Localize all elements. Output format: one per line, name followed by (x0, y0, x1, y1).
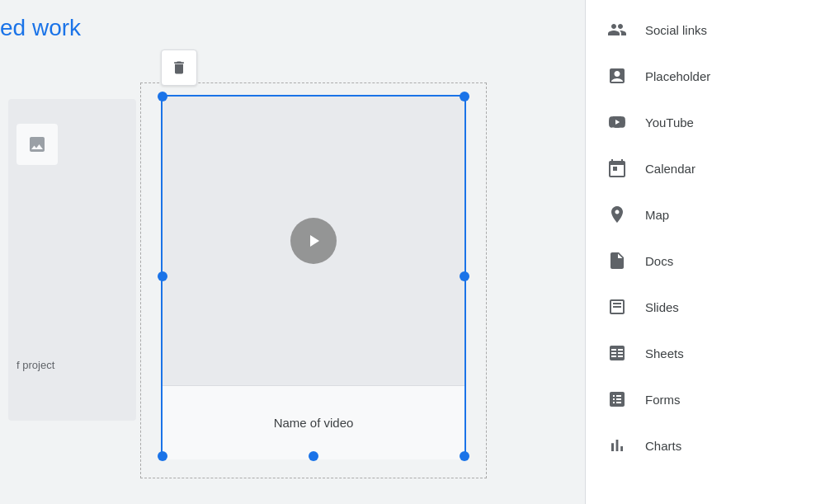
sidebar-item-charts[interactable]: Charts (586, 422, 825, 469)
sidebar-item-youtube[interactable]: YouTube (586, 99, 825, 145)
charts-icon (606, 434, 629, 457)
placeholder-label: Placeholder (645, 69, 710, 83)
youtube-video-area (163, 97, 464, 385)
video-name-label: Name of video (274, 416, 354, 430)
sheets-icon (606, 341, 629, 365)
calendar-label: Calendar (645, 162, 695, 176)
handle-middle-left[interactable] (158, 271, 167, 281)
card-project-text: f project (16, 359, 54, 371)
sidebar-item-social-links[interactable]: Social links (586, 7, 825, 53)
sidebar-item-map[interactable]: Map (586, 191, 825, 238)
handle-top-right[interactable] (460, 92, 469, 101)
docs-icon (606, 249, 629, 272)
youtube-play-button[interactable] (290, 218, 337, 264)
main-canvas: ed work f project (0, 0, 585, 504)
handle-top-left[interactable] (158, 92, 167, 101)
play-icon (304, 231, 323, 251)
handle-bottom-left[interactable] (158, 451, 167, 461)
forms-label: Forms (645, 393, 681, 407)
youtube-widget[interactable]: Name of video (161, 95, 466, 458)
map-icon (606, 203, 629, 226)
social-links-label: Social links (645, 23, 707, 37)
card-image-icon (16, 124, 58, 165)
handle-bottom-middle[interactable] (309, 451, 318, 461)
sidebar-item-docs[interactable]: Docs (586, 238, 825, 284)
handle-bottom-right[interactable] (460, 451, 469, 461)
sidebar-item-calendar[interactable]: Calendar (586, 145, 825, 191)
sheets-label: Sheets (645, 346, 684, 360)
background-card-left: f project (8, 99, 136, 421)
trash-icon (171, 59, 187, 76)
youtube-caption: Name of video (163, 385, 464, 459)
placeholder-icon (606, 64, 629, 87)
forms-icon (606, 388, 629, 411)
right-sidebar: Social links Placeholder YouTube Calenda… (586, 0, 825, 504)
delete-button[interactable] (161, 49, 197, 86)
map-label: Map (645, 208, 669, 222)
handle-middle-right[interactable] (460, 271, 469, 281)
sidebar-item-forms[interactable]: Forms (586, 376, 825, 422)
sidebar-item-placeholder[interactable]: Placeholder (586, 53, 825, 99)
page-title: ed work (0, 15, 81, 41)
youtube-label: YouTube (645, 115, 694, 130)
calendar-icon (606, 157, 629, 180)
sidebar-item-sheets[interactable]: Sheets (586, 330, 825, 376)
social-links-icon (606, 18, 629, 41)
sidebar-item-slides[interactable]: Slides (586, 284, 825, 330)
slides-label: Slides (645, 300, 679, 314)
youtube-icon (606, 111, 629, 134)
docs-label: Docs (645, 254, 673, 268)
charts-label: Charts (645, 439, 681, 453)
slides-icon (606, 295, 629, 318)
